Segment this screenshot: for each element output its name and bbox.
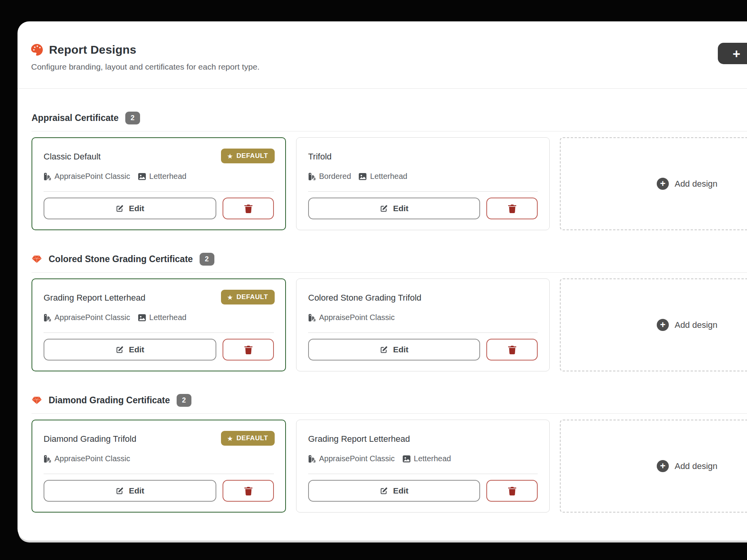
delete-button[interactable] [223,198,274,219]
edit-button[interactable]: Edit [44,339,216,360]
design-card: Grading Report Letterhead AppraisePoint … [296,420,550,513]
card-meta: AppraisePoint Classic [44,454,274,463]
swatchbook-icon [44,314,51,322]
add-design-label: Add design [675,320,717,330]
report-type-section: Colored Stone Grading Certificate 2 Grad… [32,252,747,371]
add-design-button[interactable]: + Add design [560,137,747,230]
delete-button[interactable] [486,198,538,219]
meta-label: AppraisePoint Classic [319,454,395,463]
image-icon [403,455,410,462]
delete-button[interactable] [486,480,538,502]
edit-button-label: Edit [129,204,144,213]
card-meta: Bordered Letterhead [308,172,538,181]
card-title: Trifold [308,152,538,162]
star-icon: ★ [228,153,233,159]
cards-grid: Classic Default ★ DEFAULT AppraisePoint … [32,137,747,230]
card-meta-item: Bordered [308,172,351,181]
meta-label: Letterhead [414,454,451,463]
swatchbook-icon [44,455,51,463]
edit-icon [116,205,124,213]
card-meta: AppraisePoint Classic Letterhead [44,172,274,181]
card-title: Grading Report Letterhead [308,434,538,444]
add-design-button[interactable]: + Add design [560,278,747,371]
meta-label: AppraisePoint Classic [54,313,130,322]
edit-icon [116,487,124,495]
plus-circle-icon: + [657,319,669,331]
cards-grid: Grading Report Letterhead ★ DEFAULT Appr… [32,278,747,371]
delete-button[interactable] [223,480,274,502]
default-badge: ★ DEFAULT [221,290,275,304]
design-card: Trifold Bordered Letterhead [296,137,550,230]
section-count-badge: 2 [177,394,191,407]
sections: Appraisal Certificate 2 Classic Default … [18,111,747,513]
default-badge-label: DEFAULT [237,434,268,442]
default-badge: ★ DEFAULT [221,149,275,163]
edit-icon [380,487,388,495]
card-meta: AppraisePoint Classic [308,313,538,322]
trash-icon [508,345,516,354]
default-badge-label: DEFAULT [237,152,268,160]
edit-icon [380,205,388,213]
card-meta: AppraisePoint Classic Letterhead [44,313,274,322]
trash-icon [244,486,253,495]
swatchbook-icon [44,173,51,180]
edit-button-label: Edit [129,345,144,354]
edit-button-label: Edit [393,204,409,213]
trash-icon [508,486,516,495]
swatchbook-icon [308,173,316,180]
card-meta-item: Letterhead [138,172,187,181]
page-title: Report Designs [49,43,137,56]
meta-label: AppraisePoint Classic [54,454,130,463]
card-meta-item: Letterhead [359,172,407,181]
edit-button[interactable]: Edit [308,339,480,360]
add-design-button[interactable]: + Add design [560,420,747,513]
page-subtitle: Configure branding, layout and certifica… [31,62,747,72]
swatchbook-icon [308,455,316,463]
gem-icon [32,254,42,264]
meta-label: AppraisePoint Classic [319,313,395,322]
plus-circle-icon: + [657,460,669,472]
section-title: Appraisal Certificate [32,113,119,123]
edit-button[interactable]: Edit [308,198,480,219]
card-meta-item: AppraisePoint Classic [308,313,395,322]
card-divider [44,332,274,333]
edit-icon [116,346,124,354]
card-meta: AppraisePoint Classic Letterhead [308,454,538,463]
cards-grid: Diamond Grading Trifold ★ DEFAULT Apprai… [32,420,747,513]
edit-button-label: Edit [393,345,409,354]
report-designs-panel: Report Designs Configure branding, layou… [18,21,747,541]
card-meta-item: AppraisePoint Classic [44,172,130,181]
add-design-label: Add design [675,179,717,189]
edit-icon [380,346,388,354]
star-icon: ★ [228,436,233,441]
default-badge-label: DEFAULT [237,293,268,301]
edit-button[interactable]: Edit [308,480,480,502]
meta-label: Letterhead [149,313,187,322]
delete-button[interactable] [486,339,538,360]
card-meta-item: Letterhead [138,313,187,322]
gem-icon [32,396,42,405]
image-icon [359,173,366,180]
add-design-label: Add design [675,461,717,471]
delete-button[interactable] [223,339,274,360]
default-badge: ★ DEFAULT [221,431,275,446]
trash-icon [244,345,253,354]
meta-label: Bordered [319,172,351,181]
report-type-section: Appraisal Certificate 2 Classic Default … [32,111,747,230]
edit-button[interactable]: Edit [44,480,216,502]
palette-icon [31,44,43,56]
edit-button[interactable]: Edit [44,198,216,219]
card-title: Colored Stone Grading Trifold [308,293,538,303]
card-meta-item: AppraisePoint Classic [44,454,130,463]
image-icon [138,314,146,321]
add-report-design-button[interactable]: + [718,43,747,64]
design-card: Grading Report Letterhead ★ DEFAULT Appr… [32,278,286,371]
section-count-badge: 2 [125,112,140,124]
section-title: Diamond Grading Certificate [49,395,170,406]
design-card: Classic Default ★ DEFAULT AppraisePoint … [32,137,286,230]
star-icon: ★ [228,294,233,300]
section-divider [32,131,747,131]
section-count-badge: 2 [200,253,214,266]
card-divider [44,191,274,192]
card-meta-item: AppraisePoint Classic [44,313,130,322]
